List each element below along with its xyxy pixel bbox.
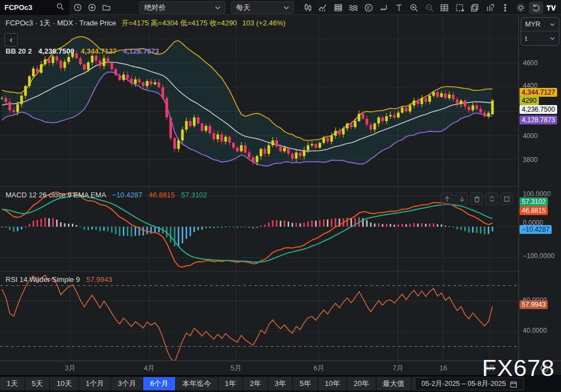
range-button-5年[interactable]: 5年 xyxy=(293,377,317,390)
symbol-text: FCPOc3 xyxy=(4,3,56,12)
macd-histogram-label: −10.4287 xyxy=(520,225,552,234)
range-button-5天[interactable]: 5天 xyxy=(25,377,49,390)
range-button-1年[interactable]: 1年 xyxy=(218,377,243,390)
settings-gear-icon[interactable] xyxy=(513,0,528,15)
range-button-10年[interactable]: 10年 xyxy=(318,377,347,390)
rsi-pane[interactable]: RSI 14 Wilder Simple 9 57.9943 xyxy=(0,271,518,360)
range-button-10天[interactable]: 10天 xyxy=(50,377,78,390)
pane-controls xyxy=(441,192,513,205)
chevron-down-icon xyxy=(215,3,221,12)
svg-text:E: E xyxy=(367,5,370,11)
indicators-icon[interactable] xyxy=(316,0,331,15)
clock-icon[interactable] xyxy=(71,1,84,14)
date-range-text: 05-2月-2025 – 05-8月-2025 xyxy=(422,379,506,389)
symbol-search-input[interactable]: FCPOc3 xyxy=(0,0,69,15)
move-pane-down-button[interactable] xyxy=(455,192,468,205)
bb-basis-value: 4,236.7500 xyxy=(38,47,74,55)
rsi-value-label: 57.9943 xyxy=(520,300,548,309)
maximize-pane-button[interactable] xyxy=(500,192,513,205)
date-range-field[interactable]: 05-2月-2025 – 05-8月-2025 xyxy=(415,378,524,390)
add-circle-icon[interactable] xyxy=(85,1,98,14)
compare-waves-icon[interactable] xyxy=(346,0,361,15)
macd-signal-label: 57.3102 xyxy=(520,197,548,206)
macd-signal-value: 57.3102 xyxy=(181,191,207,199)
macd-title: MACD 12 26 close 9 EMA EMA xyxy=(6,191,106,199)
rsi-tick: 40.0000 xyxy=(523,327,547,334)
time-axis-label: 5月 xyxy=(230,363,241,373)
price-axis[interactable]: MYR t 4600 4400 4000 3800 4,344.7127 429… xyxy=(518,15,561,360)
range-button-本年迄今[interactable]: 本年迄今 xyxy=(176,377,218,390)
time-axis-label: 4月 xyxy=(144,363,154,373)
time-axis-label: 8月 xyxy=(484,363,495,373)
bar-replay-icon[interactable] xyxy=(483,0,498,15)
range-button-3年[interactable]: 3年 xyxy=(268,377,292,390)
collapse-pane-button[interactable] xyxy=(485,192,498,205)
macd-legend[interactable]: MACD 12 26 close 9 EMA EMA −10.4287 46.8… xyxy=(6,191,207,199)
range-button-1个月[interactable]: 1个月 xyxy=(79,377,111,390)
bb-lower-price-label: 4,128.7873 xyxy=(520,116,557,124)
unit-dropdown[interactable]: t xyxy=(521,32,559,45)
unit-label: t xyxy=(525,35,527,43)
time-axis-label: 7月 xyxy=(392,363,403,373)
time-axis-label: 16 xyxy=(439,364,447,372)
macd-line-label: 46.8815 xyxy=(520,206,548,215)
layout-rows-icon[interactable] xyxy=(331,0,346,15)
snapshot-icon[interactable] xyxy=(452,0,468,15)
change-value: 103 (+2.46%) xyxy=(242,19,285,27)
move-pane-up-button[interactable] xyxy=(441,192,453,205)
folder-icon[interactable] xyxy=(99,1,113,14)
search-icon xyxy=(56,2,65,13)
chevron-down-icon xyxy=(550,23,555,27)
toolbar-icon-row: E xyxy=(300,0,559,15)
interval-dropdown[interactable]: 每天 xyxy=(231,1,294,14)
macd-line-value: 46.8815 xyxy=(149,191,175,199)
range-button-3个月[interactable]: 3个月 xyxy=(111,377,143,390)
delete-pane-button[interactable] xyxy=(470,192,483,205)
macd-tick: 100.0000 xyxy=(523,190,550,198)
range-button-1天[interactable]: 1天 xyxy=(0,377,24,390)
ohlc-values: 开=4175 高=4304 低=4175 收=4290 xyxy=(122,19,237,27)
price-mode-label: 绝对价 xyxy=(144,3,166,13)
time-axis-label: 6月 xyxy=(313,363,324,373)
currency-dropdown[interactable]: MYR xyxy=(521,18,559,32)
chart-area: FCPOc3 · 1天 · MDX · Trade Price 开=4175 高… xyxy=(0,15,561,360)
range-button-最大值[interactable]: 最大值 xyxy=(376,377,411,390)
back-button[interactable]: ‹ xyxy=(4,33,18,46)
price-pane[interactable]: FCPOc3 · 1天 · MDX · Trade Price 开=4175 高… xyxy=(0,15,518,186)
currency-label: MYR xyxy=(525,20,541,28)
table-icon[interactable] xyxy=(437,0,453,15)
bottom-toolbar: 1天5天10天1个月3个月6个月本年迄今1年2年3年5年10年20年最大值 05… xyxy=(0,375,561,392)
price-mode-dropdown[interactable]: 绝对价 xyxy=(139,1,226,14)
text-tool-icon[interactable] xyxy=(391,0,407,15)
clock-icon[interactable] xyxy=(539,363,549,373)
rsi-legend[interactable]: RSI 14 Wilder Simple 9 57.9943 xyxy=(6,275,112,284)
range-button-20年[interactable]: 20年 xyxy=(347,377,375,390)
zoom-in-icon[interactable] xyxy=(407,0,422,15)
range-button-6个月[interactable]: 6个月 xyxy=(143,377,175,390)
candlestick-style-icon[interactable] xyxy=(300,0,316,15)
calendar-icon xyxy=(510,380,517,388)
time-axis[interactable]: 3月4月5月6月7月168月 xyxy=(0,360,561,375)
chevron-down-icon xyxy=(550,36,555,40)
bb-title: BB 20 2 xyxy=(6,47,32,55)
copy-icon[interactable] xyxy=(468,0,483,15)
more-options-icon[interactable] xyxy=(498,0,513,15)
macd-pane[interactable]: MACD 12 26 close 9 EMA EMA −10.4287 46.8… xyxy=(0,186,518,271)
events-icon[interactable]: E xyxy=(361,0,376,15)
bb-upper-value: 4,344.7127 xyxy=(81,47,117,55)
zoom-out-icon[interactable] xyxy=(422,0,437,15)
chevron-down-icon xyxy=(284,3,289,12)
symbol-info-row[interactable]: FCPOc3 · 1天 · MDX · Trade Price 开=4175 高… xyxy=(6,18,286,28)
bb-legend[interactable]: BB 20 2 4,236.7500 4,344.7127 4,128.7873 xyxy=(6,47,159,55)
range-button-2年[interactable]: 2年 xyxy=(243,377,268,390)
bb-lower-value: 4,128.7873 xyxy=(123,47,159,55)
macd-histogram-value: −10.4287 xyxy=(112,191,143,199)
top-toolbar: FCPOc3 绝对价 每天 E xyxy=(0,0,561,15)
rsi-title: RSI 14 Wilder Simple 9 xyxy=(6,275,80,284)
range-button-group: 1天5天10天1个月3个月6个月本年迄今1年2年3年5年10年20年最大值 xyxy=(0,377,412,390)
bb-basis-price-label: 4,236.7500 xyxy=(520,105,557,114)
price-tick: 4600 xyxy=(523,59,538,67)
tradingview-logo[interactable] xyxy=(544,0,559,15)
undo-icon[interactable] xyxy=(529,2,543,14)
measure-icon[interactable] xyxy=(376,0,392,15)
